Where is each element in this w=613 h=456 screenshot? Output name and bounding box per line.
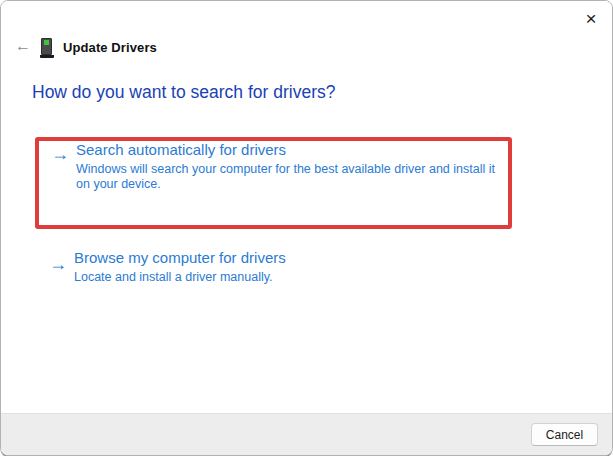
close-icon: × (585, 9, 596, 28)
close-button[interactable]: × (578, 7, 604, 29)
option-description: Windows will search your computer for th… (76, 162, 507, 192)
title-bar: × (1, 1, 612, 33)
back-arrow-icon: ← (15, 37, 31, 55)
main-instruction: How do you want to search for drivers? (32, 82, 335, 103)
device-driver-icon (40, 38, 54, 58)
device-base-shape (40, 55, 54, 58)
arrow-right-icon: → (49, 255, 67, 273)
footer-bar: Cancel (1, 413, 612, 455)
option-browse-computer[interactable]: → Browse my computer for drivers Locate … (39, 249, 505, 295)
device-led-light (44, 40, 49, 45)
update-drivers-window: × ← Update Drivers How do you want to se… (0, 0, 613, 456)
wizard-title: Update Drivers (63, 40, 157, 55)
option-title: Search automatically for drivers (76, 141, 507, 158)
arrow-right-icon: → (51, 145, 69, 163)
option-title: Browse my computer for drivers (74, 249, 505, 266)
cancel-button[interactable]: Cancel (531, 423, 598, 446)
option-search-automatically[interactable]: → Search automatically for drivers Windo… (41, 141, 507, 209)
option-description: Locate and install a driver manually. (74, 270, 505, 285)
back-button[interactable]: ← (11, 35, 35, 57)
